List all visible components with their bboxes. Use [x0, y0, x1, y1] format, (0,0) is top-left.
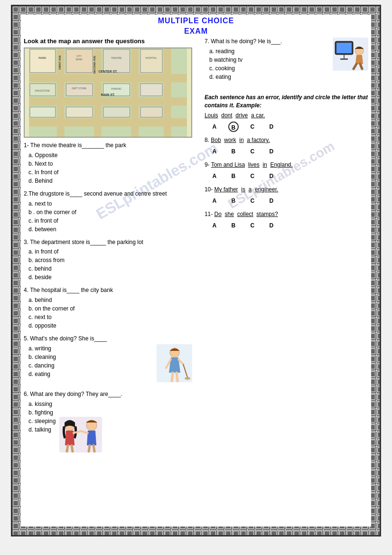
two-people-arguing-image [59, 417, 102, 452]
q6-opt-d: d. talking [28, 425, 56, 434]
question-1: 1- The movie theatre is_______ the park … [24, 141, 192, 185]
q8-answer-b: B [228, 146, 239, 157]
svg-rect-5 [371, 15, 380, 527]
q11-answer-row: A B C D [209, 220, 368, 231]
q10-sentence: 10- My father is a engineer. [205, 186, 368, 193]
svg-line-44 [172, 373, 173, 381]
q1-text: 1- The movie theatre is_______ the park [24, 141, 192, 150]
exam-page: MULTIPLE CHOICE EXAM Look at the map an … [11, 5, 381, 536]
error-question-8: 8. Bob work in a factory. A B C D [205, 137, 368, 157]
q9-sentence: 9- Tom and Lisa lives in England. [205, 161, 368, 168]
svg-rect-33 [140, 107, 162, 117]
q4-opt-a: a. behind [28, 296, 192, 304]
q1-opt-c: c. In front of [28, 168, 192, 177]
q9-answer-row: A B C D [209, 171, 368, 181]
svg-text:PARKING: PARKING [111, 88, 121, 90]
svg-rect-59 [340, 58, 348, 60]
svg-text:FIRST AVE: FIRST AVE [58, 55, 61, 69]
example-answer-a: A [209, 122, 220, 132]
svg-text:BANK: BANK [76, 58, 83, 61]
q7-opt-c: c. cooking [209, 64, 333, 73]
q7-text: 7. What is he doing? He is___. [205, 38, 333, 46]
q9-answer-b: B [228, 171, 239, 181]
exam-title-line2: EXAM [24, 27, 368, 36]
q11-answer-a: A [209, 220, 220, 231]
q6-opt-a: a. kissing [28, 400, 192, 408]
svg-rect-30 [30, 107, 56, 117]
svg-text:DRUGSTORE: DRUGSTORE [35, 90, 50, 92]
q11-answer-c: C [247, 220, 258, 231]
example-answer-row: A B C D [209, 122, 368, 132]
q10-answer-row: A B C D [209, 196, 368, 206]
q8-answer-a: A [209, 146, 220, 157]
svg-rect-14 [30, 49, 56, 73]
q4-opt-b: b. on the corner of [28, 304, 192, 313]
q11-answer-d: D [266, 220, 277, 231]
right-column: 7. What is he doing? He is___. a. readin… [200, 38, 368, 457]
svg-rect-3 [12, 527, 380, 535]
q9-answer-c: C [247, 171, 258, 181]
q7-opt-b: b watching tv [209, 56, 333, 64]
q4-opt-c: c. next to [28, 313, 192, 321]
example-answer-d: D [266, 122, 277, 132]
q5-text: 5. What's she doing? She is____ [24, 335, 192, 343]
svg-text:HOSPITAL: HOSPITAL [146, 57, 157, 59]
q7-opt-d: d. eating [209, 73, 333, 81]
error-question-9: 9- Tom and Lisa lives in England. A B C … [205, 161, 368, 181]
svg-line-51 [67, 445, 68, 452]
q10-answer-a: A [209, 196, 220, 206]
example-sentence: Louis dont drive a car. [205, 112, 368, 119]
svg-rect-32 [103, 107, 130, 117]
map-instruction: Look at the map an answer the questions [24, 38, 192, 45]
q2-opt-b: b . on the corner of [28, 208, 192, 216]
q1-opt-a: a. Opposite [28, 151, 192, 160]
error-question-10: 10- My father is a engineer. A B C D [205, 186, 368, 206]
q11-answer-b: B [228, 220, 239, 231]
q8-answer-row: A B C D [209, 146, 368, 157]
q8-answer-d: D [266, 146, 277, 157]
svg-text:THEATRE: THEATRE [111, 57, 122, 59]
svg-point-43 [185, 377, 190, 380]
svg-rect-29 [140, 84, 162, 95]
svg-rect-57 [336, 43, 352, 53]
svg-rect-19 [103, 49, 130, 73]
question-4: 4. The hospital is____ the city bank a. … [24, 286, 192, 330]
q10-answer-c: C [247, 196, 258, 206]
q4-text: 4. The hospital is____ the city bank [24, 286, 192, 294]
svg-text:PARK: PARK [38, 56, 47, 59]
svg-rect-12 [131, 48, 139, 137]
boy-watching-tv-image [333, 38, 368, 71]
svg-rect-21 [140, 49, 162, 73]
svg-text:SECOND AVE: SECOND AVE [93, 56, 96, 74]
svg-rect-7 [29, 74, 187, 83]
svg-text:MAIN ST.: MAIN ST. [101, 93, 115, 96]
q2-opt-a: a. next to [28, 199, 192, 208]
q3-opt-b: b. across from [28, 256, 192, 264]
svg-rect-2 [12, 6, 380, 15]
svg-line-52 [72, 445, 73, 452]
svg-text:CENTER ST.: CENTER ST. [98, 70, 117, 73]
svg-rect-4 [12, 15, 21, 527]
q2-opt-c: c. in front of [28, 216, 192, 225]
woman-cleaning-image [157, 344, 192, 382]
q10-answer-d: D [266, 196, 277, 206]
q11-sentence: 11- Do she collect stamps? [205, 211, 368, 217]
question-7: 7. What is he doing? He is___. a. readin… [205, 38, 368, 81]
q6-opt-c: c. sleeping [28, 417, 56, 425]
svg-rect-8 [29, 97, 187, 106]
question-6: 6. What are they doing? They are____. a.… [24, 390, 192, 452]
q3-opt-c: c. behind [28, 264, 192, 273]
exam-title-line1: MULTIPLE CHOICE [24, 17, 368, 25]
q9-answer-d: D [266, 171, 277, 181]
q6-opt-b: b. fighting [28, 408, 192, 417]
svg-rect-9 [29, 118, 187, 127]
svg-text:CITY: CITY [76, 55, 82, 57]
q1-opt-d: d. Behind [28, 177, 192, 185]
svg-text:DEPT STORE: DEPT STORE [72, 87, 87, 90]
svg-line-53 [89, 445, 90, 452]
q3-opt-a: a. in front of [28, 247, 192, 256]
q2-opt-d: d. between [28, 225, 192, 234]
example-answer-c: C [247, 122, 258, 132]
error-section-title: Each sentence has an error, identify and… [205, 94, 368, 110]
q3-opt-d: d. beside [28, 273, 192, 282]
